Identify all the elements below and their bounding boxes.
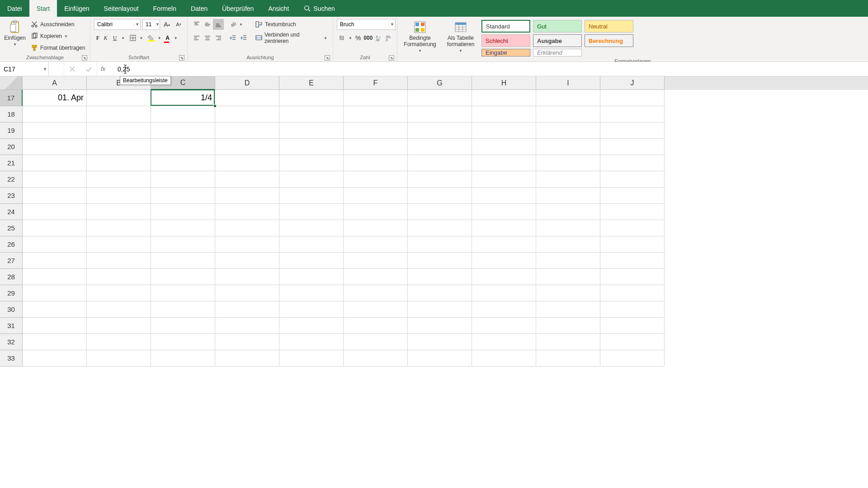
- column-header-I[interactable]: I: [536, 76, 600, 90]
- insert-function-button[interactable]: fx: [97, 62, 109, 76]
- cell-E32[interactable]: [279, 334, 344, 350]
- tab-ansicht[interactable]: Ansicht: [261, 0, 296, 17]
- cell-A19[interactable]: [23, 122, 87, 139]
- cell-H27[interactable]: [472, 253, 536, 269]
- cell-G27[interactable]: [408, 253, 472, 269]
- column-header-A[interactable]: A: [23, 76, 87, 90]
- row-header-30[interactable]: 30: [0, 301, 23, 318]
- font-size-input[interactable]: [143, 21, 155, 28]
- cell-B29[interactable]: [87, 285, 151, 301]
- cell-F20[interactable]: [344, 139, 408, 155]
- cell-G25[interactable]: [408, 220, 472, 236]
- cell-styles-gallery[interactable]: Standard Gut Neutral Schlecht Ausgabe Be…: [481, 19, 634, 57]
- cell-E27[interactable]: [279, 253, 344, 269]
- format-painter-button[interactable]: Format übertragen: [29, 42, 87, 53]
- cell-E23[interactable]: [279, 188, 344, 204]
- cell-B19[interactable]: [87, 122, 151, 139]
- align-middle-button[interactable]: [202, 19, 213, 30]
- font-name-input[interactable]: [94, 21, 134, 28]
- cell-D18[interactable]: [215, 106, 279, 122]
- cell-H23[interactable]: [472, 188, 536, 204]
- column-header-F[interactable]: F: [344, 76, 408, 90]
- cell-G24[interactable]: [408, 204, 472, 220]
- cell-H28[interactable]: [472, 269, 536, 285]
- cell-J21[interactable]: [600, 155, 665, 171]
- cell-F19[interactable]: [344, 122, 408, 139]
- cell-D26[interactable]: [215, 236, 279, 253]
- indent-decrease-button[interactable]: [227, 33, 238, 43]
- chevron-down-icon[interactable]: ▼: [157, 33, 162, 43]
- cell-E18[interactable]: [279, 106, 344, 122]
- cell-D28[interactable]: [215, 269, 279, 285]
- cell-D22[interactable]: [215, 171, 279, 188]
- style-schlecht[interactable]: Schlecht: [481, 34, 530, 47]
- shrink-font-button[interactable]: A▾: [174, 19, 184, 30]
- cell-A18[interactable]: [23, 106, 87, 122]
- cell-E22[interactable]: [279, 171, 344, 188]
- cell-G19[interactable]: [408, 122, 472, 139]
- cell-J31[interactable]: [600, 318, 665, 334]
- cell-H32[interactable]: [472, 334, 536, 350]
- cell-J19[interactable]: [600, 122, 665, 139]
- cell-B17[interactable]: [87, 90, 151, 106]
- search-box[interactable]: Suchen: [296, 0, 342, 17]
- cell-C25[interactable]: [151, 220, 215, 236]
- column-header-D[interactable]: D: [215, 76, 279, 90]
- row-header-26[interactable]: 26: [0, 236, 23, 253]
- cell-C24[interactable]: [151, 204, 215, 220]
- column-header-G[interactable]: G: [408, 76, 472, 90]
- cell-C32[interactable]: [151, 334, 215, 350]
- cell-G30[interactable]: [408, 301, 472, 318]
- cell-I23[interactable]: [536, 188, 600, 204]
- orientation-button[interactable]: ab: [227, 19, 238, 30]
- cell-I21[interactable]: [536, 155, 600, 171]
- number-format-input[interactable]: [337, 21, 389, 28]
- cell-J22[interactable]: [600, 171, 665, 188]
- row-header-17[interactable]: 17: [0, 90, 23, 106]
- cell-B21[interactable]: [87, 155, 151, 171]
- format-as-table-button[interactable]: Als Tabelle formatieren ▼: [442, 19, 480, 54]
- decrease-decimal-button[interactable]: ,00,0: [383, 33, 393, 43]
- enter-button[interactable]: [80, 62, 97, 76]
- cell-F24[interactable]: [344, 204, 408, 220]
- cell-F18[interactable]: [344, 106, 408, 122]
- cell-I28[interactable]: [536, 269, 600, 285]
- cell-F31[interactable]: [344, 318, 408, 334]
- cell-E28[interactable]: [279, 269, 344, 285]
- style-eingabe[interactable]: Eingabe: [481, 49, 530, 56]
- indent-increase-button[interactable]: [238, 33, 249, 43]
- cell-E21[interactable]: [279, 155, 344, 171]
- cell-F29[interactable]: [344, 285, 408, 301]
- cell-B31[interactable]: [87, 318, 151, 334]
- font-launcher[interactable]: ⬊: [179, 55, 184, 61]
- chevron-down-icon[interactable]: ▼: [173, 33, 179, 43]
- cell-E30[interactable]: [279, 301, 344, 318]
- cell-D24[interactable]: [215, 204, 279, 220]
- percent-button[interactable]: %: [353, 33, 363, 43]
- align-right-button[interactable]: [213, 33, 224, 43]
- cell-H20[interactable]: [472, 139, 536, 155]
- cell-F17[interactable]: [344, 90, 408, 106]
- cell-C29[interactable]: [151, 285, 215, 301]
- row-header-23[interactable]: 23: [0, 188, 23, 204]
- cell-B30[interactable]: [87, 301, 151, 318]
- style-standard[interactable]: Standard: [481, 20, 530, 33]
- cell-I26[interactable]: [536, 236, 600, 253]
- cell-D31[interactable]: [215, 318, 279, 334]
- cell-B18[interactable]: [87, 106, 151, 122]
- cell-B26[interactable]: [87, 236, 151, 253]
- wrap-text-button[interactable]: Textumbruch: [254, 19, 329, 30]
- cell-C31[interactable]: [151, 318, 215, 334]
- cell-G23[interactable]: [408, 188, 472, 204]
- cell-H18[interactable]: [472, 106, 536, 122]
- cell-H17[interactable]: [472, 90, 536, 106]
- cell-G18[interactable]: [408, 106, 472, 122]
- cell-D27[interactable]: [215, 253, 279, 269]
- row-header-20[interactable]: 20: [0, 139, 23, 155]
- cell-I17[interactable]: [536, 90, 600, 106]
- cell-G17[interactable]: [408, 90, 472, 106]
- cell-A17[interactable]: 01. Apr: [23, 90, 87, 106]
- cell-J18[interactable]: [600, 106, 665, 122]
- cell-G28[interactable]: [408, 269, 472, 285]
- cell-H22[interactable]: [472, 171, 536, 188]
